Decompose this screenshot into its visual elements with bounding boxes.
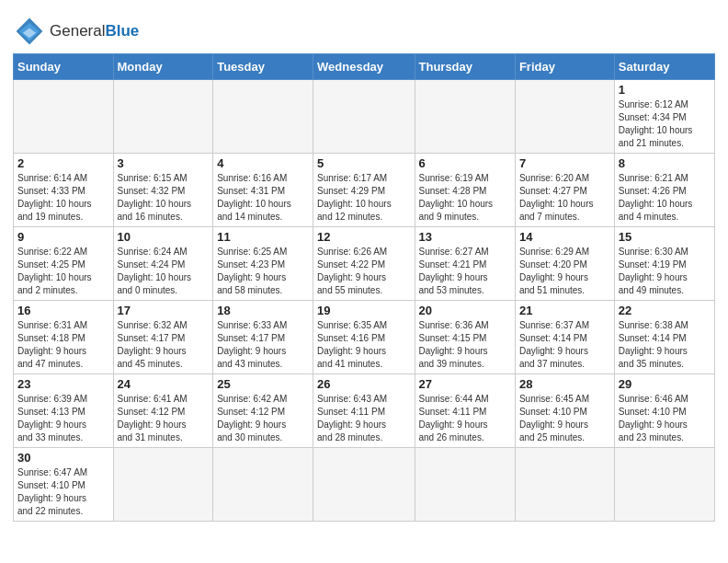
day-info: Sunrise: 6:46 AM Sunset: 4:10 PM Dayligh… bbox=[619, 393, 711, 444]
calendar-cell: 16Sunrise: 6:31 AM Sunset: 4:18 PM Dayli… bbox=[14, 301, 114, 374]
day-number: 7 bbox=[519, 156, 610, 170]
calendar-week-4: 16Sunrise: 6:31 AM Sunset: 4:18 PM Dayli… bbox=[14, 301, 715, 374]
calendar-cell: 18Sunrise: 6:33 AM Sunset: 4:17 PM Dayli… bbox=[213, 301, 313, 374]
day-info: Sunrise: 6:37 AM Sunset: 4:14 PM Dayligh… bbox=[519, 319, 610, 371]
day-number: 4 bbox=[217, 156, 309, 170]
day-info: Sunrise: 6:20 AM Sunset: 4:27 PM Dayligh… bbox=[519, 172, 610, 224]
calendar-cell bbox=[415, 448, 515, 522]
day-info: Sunrise: 6:35 AM Sunset: 4:16 PM Dayligh… bbox=[317, 319, 410, 371]
day-number: 10 bbox=[118, 230, 210, 244]
weekday-header-monday: Monday bbox=[113, 54, 213, 80]
calendar-week-6: 30Sunrise: 6:47 AM Sunset: 4:10 PM Dayli… bbox=[14, 448, 715, 522]
day-info: Sunrise: 6:26 AM Sunset: 4:22 PM Dayligh… bbox=[317, 246, 410, 297]
calendar-cell: 7Sunrise: 6:20 AM Sunset: 4:27 PM Daylig… bbox=[515, 154, 614, 227]
weekday-header-tuesday: Tuesday bbox=[213, 54, 313, 80]
day-number: 30 bbox=[17, 451, 109, 465]
calendar-cell: 5Sunrise: 6:17 AM Sunset: 4:29 PM Daylig… bbox=[313, 154, 415, 227]
day-number: 21 bbox=[519, 304, 610, 317]
day-number: 13 bbox=[419, 230, 511, 244]
calendar-cell bbox=[515, 448, 614, 522]
day-info: Sunrise: 6:14 AM Sunset: 4:33 PM Dayligh… bbox=[17, 172, 109, 224]
calendar-cell: 25Sunrise: 6:42 AM Sunset: 4:12 PM Dayli… bbox=[213, 374, 313, 448]
calendar-cell bbox=[113, 448, 213, 522]
calendar-cell bbox=[614, 448, 714, 522]
calendar-cell: 11Sunrise: 6:25 AM Sunset: 4:23 PM Dayli… bbox=[213, 227, 313, 301]
day-info: Sunrise: 6:43 AM Sunset: 4:11 PM Dayligh… bbox=[317, 393, 410, 444]
calendar-table: SundayMondayTuesdayWednesdayThursdayFrid… bbox=[13, 53, 715, 522]
calendar-cell bbox=[213, 80, 313, 154]
calendar-cell: 12Sunrise: 6:26 AM Sunset: 4:22 PM Dayli… bbox=[313, 227, 415, 301]
day-info: Sunrise: 6:47 AM Sunset: 4:10 PM Dayligh… bbox=[17, 466, 109, 518]
calendar-cell: 13Sunrise: 6:27 AM Sunset: 4:21 PM Dayli… bbox=[415, 227, 515, 301]
day-info: Sunrise: 6:45 AM Sunset: 4:10 PM Dayligh… bbox=[519, 393, 610, 444]
calendar-week-3: 9Sunrise: 6:22 AM Sunset: 4:25 PM Daylig… bbox=[14, 227, 715, 301]
day-info: Sunrise: 6:22 AM Sunset: 4:25 PM Dayligh… bbox=[17, 246, 109, 297]
calendar-cell: 9Sunrise: 6:22 AM Sunset: 4:25 PM Daylig… bbox=[14, 227, 114, 301]
calendar-week-1: 1Sunrise: 6:12 AM Sunset: 4:34 PM Daylig… bbox=[14, 80, 715, 154]
logo-icon bbox=[13, 15, 46, 48]
day-number: 6 bbox=[419, 156, 511, 170]
day-info: Sunrise: 6:17 AM Sunset: 4:29 PM Dayligh… bbox=[317, 172, 410, 224]
day-number: 29 bbox=[619, 377, 711, 391]
calendar-cell bbox=[515, 80, 614, 154]
calendar-cell bbox=[313, 80, 415, 154]
weekday-header-row: SundayMondayTuesdayWednesdayThursdayFrid… bbox=[14, 54, 715, 80]
logo-general: General bbox=[50, 22, 105, 40]
weekday-header-saturday: Saturday bbox=[614, 54, 714, 80]
calendar-cell: 6Sunrise: 6:19 AM Sunset: 4:28 PM Daylig… bbox=[415, 154, 515, 227]
weekday-header-wednesday: Wednesday bbox=[313, 54, 415, 80]
day-number: 28 bbox=[519, 377, 610, 391]
calendar-cell bbox=[213, 448, 313, 522]
calendar-cell: 1Sunrise: 6:12 AM Sunset: 4:34 PM Daylig… bbox=[614, 80, 714, 154]
calendar-cell: 15Sunrise: 6:30 AM Sunset: 4:19 PM Dayli… bbox=[614, 227, 714, 301]
calendar-cell: 29Sunrise: 6:46 AM Sunset: 4:10 PM Dayli… bbox=[614, 374, 714, 448]
day-info: Sunrise: 6:44 AM Sunset: 4:11 PM Dayligh… bbox=[419, 393, 511, 444]
day-number: 16 bbox=[17, 304, 109, 317]
calendar-cell: 3Sunrise: 6:15 AM Sunset: 4:32 PM Daylig… bbox=[113, 154, 213, 227]
day-info: Sunrise: 6:12 AM Sunset: 4:34 PM Dayligh… bbox=[619, 98, 711, 150]
calendar-cell bbox=[113, 80, 213, 154]
calendar-cell: 2Sunrise: 6:14 AM Sunset: 4:33 PM Daylig… bbox=[14, 154, 114, 227]
day-number: 25 bbox=[217, 377, 309, 391]
calendar-cell bbox=[415, 80, 515, 154]
day-info: Sunrise: 6:36 AM Sunset: 4:15 PM Dayligh… bbox=[419, 319, 511, 371]
day-info: Sunrise: 6:39 AM Sunset: 4:13 PM Dayligh… bbox=[17, 393, 109, 444]
day-info: Sunrise: 6:15 AM Sunset: 4:32 PM Dayligh… bbox=[118, 172, 210, 224]
day-info: Sunrise: 6:31 AM Sunset: 4:18 PM Dayligh… bbox=[17, 319, 109, 371]
calendar-cell: 23Sunrise: 6:39 AM Sunset: 4:13 PM Dayli… bbox=[14, 374, 114, 448]
weekday-header-thursday: Thursday bbox=[415, 54, 515, 80]
day-info: Sunrise: 6:27 AM Sunset: 4:21 PM Dayligh… bbox=[419, 246, 511, 297]
weekday-header-sunday: Sunday bbox=[14, 54, 114, 80]
day-info: Sunrise: 6:32 AM Sunset: 4:17 PM Dayligh… bbox=[118, 319, 210, 371]
day-info: Sunrise: 6:38 AM Sunset: 4:14 PM Dayligh… bbox=[619, 319, 711, 371]
calendar-cell bbox=[14, 80, 114, 154]
day-number: 12 bbox=[317, 230, 410, 244]
day-info: Sunrise: 6:25 AM Sunset: 4:23 PM Dayligh… bbox=[217, 246, 309, 297]
calendar-cell: 4Sunrise: 6:16 AM Sunset: 4:31 PM Daylig… bbox=[213, 154, 313, 227]
calendar-cell: 22Sunrise: 6:38 AM Sunset: 4:14 PM Dayli… bbox=[614, 301, 714, 374]
day-info: Sunrise: 6:21 AM Sunset: 4:26 PM Dayligh… bbox=[619, 172, 711, 224]
day-info: Sunrise: 6:29 AM Sunset: 4:20 PM Dayligh… bbox=[519, 246, 610, 297]
day-info: Sunrise: 6:33 AM Sunset: 4:17 PM Dayligh… bbox=[217, 319, 309, 371]
header: GeneralBlue bbox=[13, 9, 715, 48]
day-number: 19 bbox=[317, 304, 410, 317]
day-info: Sunrise: 6:16 AM Sunset: 4:31 PM Dayligh… bbox=[217, 172, 309, 224]
day-number: 23 bbox=[17, 377, 109, 391]
day-info: Sunrise: 6:19 AM Sunset: 4:28 PM Dayligh… bbox=[419, 172, 511, 224]
day-number: 18 bbox=[217, 304, 309, 317]
day-info: Sunrise: 6:24 AM Sunset: 4:24 PM Dayligh… bbox=[118, 246, 210, 297]
calendar-cell: 20Sunrise: 6:36 AM Sunset: 4:15 PM Dayli… bbox=[415, 301, 515, 374]
day-number: 27 bbox=[419, 377, 511, 391]
logo-text: GeneralBlue bbox=[50, 23, 139, 40]
day-number: 1 bbox=[619, 83, 711, 97]
day-number: 26 bbox=[317, 377, 410, 391]
day-number: 9 bbox=[17, 230, 109, 244]
calendar-week-2: 2Sunrise: 6:14 AM Sunset: 4:33 PM Daylig… bbox=[14, 154, 715, 227]
logo-blue-text: Blue bbox=[105, 22, 139, 40]
day-info: Sunrise: 6:30 AM Sunset: 4:19 PM Dayligh… bbox=[619, 246, 711, 297]
calendar-cell: 24Sunrise: 6:41 AM Sunset: 4:12 PM Dayli… bbox=[113, 374, 213, 448]
calendar-cell: 17Sunrise: 6:32 AM Sunset: 4:17 PM Dayli… bbox=[113, 301, 213, 374]
calendar-cell: 19Sunrise: 6:35 AM Sunset: 4:16 PM Dayli… bbox=[313, 301, 415, 374]
calendar-cell: 28Sunrise: 6:45 AM Sunset: 4:10 PM Dayli… bbox=[515, 374, 614, 448]
calendar-page: GeneralBlue SundayMondayTuesdayWednesday… bbox=[0, 0, 728, 534]
